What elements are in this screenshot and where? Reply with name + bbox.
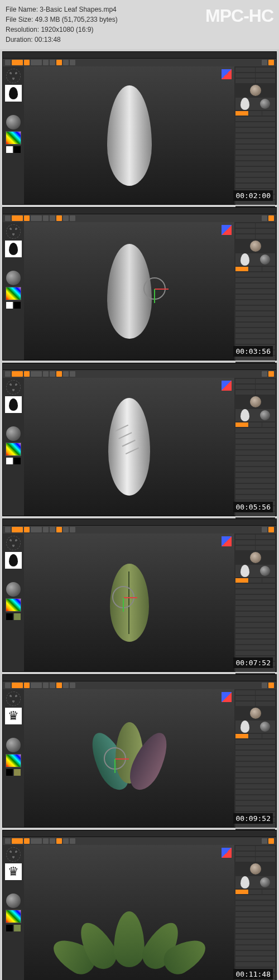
color-swatches[interactable] xyxy=(6,925,21,931)
color-picker[interactable] xyxy=(6,443,21,456)
material-sphere-icon[interactable] xyxy=(6,426,21,441)
subtool-leaf-icon[interactable] xyxy=(240,98,249,110)
color-swatches[interactable] xyxy=(6,146,21,153)
alpha-thumbnail[interactable] xyxy=(5,85,22,102)
transform-gizmo[interactable] xyxy=(112,586,140,614)
material-sphere-icon[interactable] xyxy=(6,115,21,129)
video-thumbnail[interactable]: 00:02:00 xyxy=(2,51,277,205)
zbrush-menubar[interactable] xyxy=(3,675,276,681)
alpha-thumbnail[interactable]: ♛ xyxy=(5,863,22,880)
color-swatches[interactable] xyxy=(6,613,21,620)
face-render-icon[interactable] xyxy=(250,396,261,407)
face-render-icon[interactable] xyxy=(250,85,261,96)
subtool-sphere-icon[interactable] xyxy=(260,566,270,576)
zbrush-viewport[interactable] xyxy=(24,66,234,204)
material-sphere-icon[interactable] xyxy=(6,738,21,752)
subtool-sphere-icon[interactable] xyxy=(260,877,270,887)
crown-icon: ♛ xyxy=(8,709,19,723)
crown-icon: ♛ xyxy=(8,864,19,879)
zbrush-viewport[interactable] xyxy=(24,378,234,516)
main-color-swatch[interactable] xyxy=(6,302,13,309)
alpha-thumbnail[interactable] xyxy=(5,241,22,257)
timestamp-badge: 00:11:48 xyxy=(233,969,273,979)
subtool-leaf-icon[interactable] xyxy=(240,565,249,577)
transform-gizmo[interactable] xyxy=(143,277,171,305)
color-swatches[interactable] xyxy=(6,769,21,776)
alpha-thumbnail[interactable] xyxy=(5,396,22,413)
subtool-sphere-icon[interactable] xyxy=(260,99,270,109)
color-swatches[interactable] xyxy=(6,302,21,309)
secondary-color-swatch[interactable] xyxy=(14,925,21,931)
secondary-color-swatch[interactable] xyxy=(14,146,21,153)
navigation-cube-icon[interactable] xyxy=(222,69,232,79)
subtool-sphere-icon[interactable] xyxy=(260,254,270,265)
zbrush-menubar[interactable] xyxy=(3,830,276,837)
video-thumbnail[interactable]: 00:03:56 xyxy=(2,207,277,361)
left-tool-panel xyxy=(3,378,24,516)
main-color-swatch[interactable] xyxy=(6,925,13,931)
subtool-leaf-icon[interactable] xyxy=(240,876,249,888)
brush-selector-icon[interactable] xyxy=(6,380,21,395)
secondary-color-swatch[interactable] xyxy=(14,613,21,620)
navigation-cube-icon[interactable] xyxy=(222,848,232,858)
alpha-thumbnail[interactable]: ♛ xyxy=(5,708,22,724)
brush-selector-icon[interactable] xyxy=(6,536,21,550)
brush-selector-icon[interactable] xyxy=(6,847,21,862)
material-sphere-icon[interactable] xyxy=(6,893,21,908)
leaf-model-veined xyxy=(108,398,150,496)
main-color-swatch[interactable] xyxy=(6,769,13,776)
face-render-icon[interactable] xyxy=(250,552,261,563)
face-render-icon[interactable] xyxy=(250,708,261,719)
material-sphere-icon[interactable] xyxy=(6,271,21,285)
secondary-color-swatch[interactable] xyxy=(14,769,21,776)
zbrush-viewport[interactable] xyxy=(24,845,234,980)
color-picker[interactable] xyxy=(6,754,21,767)
zbrush-viewport[interactable] xyxy=(24,689,234,827)
zbrush-toolbar[interactable] xyxy=(3,370,276,378)
subtool-leaf-icon[interactable] xyxy=(240,409,249,421)
secondary-color-swatch[interactable] xyxy=(14,458,21,464)
subtool-sphere-icon[interactable] xyxy=(260,722,270,732)
zbrush-toolbar[interactable] xyxy=(3,837,276,845)
video-thumbnail[interactable]: 00:05:56 xyxy=(2,363,277,516)
transform-gizmo[interactable] xyxy=(104,747,132,775)
video-thumbnail[interactable]: ♛ 00:11:48 xyxy=(2,830,277,980)
secondary-color-swatch[interactable] xyxy=(14,302,21,309)
video-thumbnail[interactable]: ♛ 00:09:52 xyxy=(2,674,277,828)
subtool-leaf-icon[interactable] xyxy=(240,253,249,266)
leaf-cluster xyxy=(79,900,180,973)
zbrush-toolbar[interactable] xyxy=(3,59,276,66)
brush-selector-icon[interactable] xyxy=(6,224,21,239)
color-picker[interactable] xyxy=(6,287,21,300)
color-picker[interactable] xyxy=(6,910,21,923)
left-tool-panel xyxy=(3,222,24,360)
color-picker[interactable] xyxy=(6,598,21,612)
zbrush-viewport[interactable] xyxy=(24,534,234,671)
zbrush-toolbar[interactable] xyxy=(3,526,276,534)
zbrush-toolbar[interactable] xyxy=(3,214,276,222)
navigation-cube-icon[interactable] xyxy=(222,381,232,391)
zbrush-menubar[interactable] xyxy=(3,519,276,526)
zbrush-menubar[interactable] xyxy=(3,52,276,59)
main-color-swatch[interactable] xyxy=(6,146,13,153)
navigation-cube-icon[interactable] xyxy=(222,692,232,702)
navigation-cube-icon[interactable] xyxy=(222,536,232,546)
main-color-swatch[interactable] xyxy=(6,613,13,620)
face-render-icon[interactable] xyxy=(250,241,261,252)
zbrush-toolbar[interactable] xyxy=(3,681,276,689)
zbrush-menubar[interactable] xyxy=(3,363,276,370)
brush-selector-icon[interactable] xyxy=(6,691,21,706)
zbrush-menubar[interactable] xyxy=(3,208,276,214)
zbrush-viewport[interactable] xyxy=(24,222,234,360)
material-sphere-icon[interactable] xyxy=(6,582,21,597)
color-swatches[interactable] xyxy=(6,458,21,464)
face-render-icon[interactable] xyxy=(250,863,261,875)
video-thumbnail[interactable]: 00:07:52 xyxy=(2,518,277,672)
color-picker[interactable] xyxy=(6,131,21,145)
subtool-sphere-icon[interactable] xyxy=(260,410,270,420)
main-color-swatch[interactable] xyxy=(6,458,13,464)
brush-selector-icon[interactable] xyxy=(6,69,21,83)
navigation-cube-icon[interactable] xyxy=(222,225,232,235)
alpha-thumbnail[interactable] xyxy=(5,552,22,569)
subtool-leaf-icon[interactable] xyxy=(240,720,249,733)
